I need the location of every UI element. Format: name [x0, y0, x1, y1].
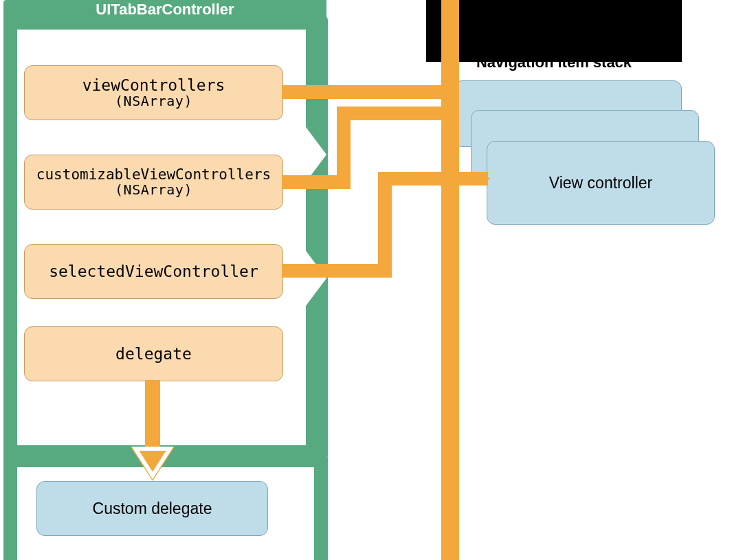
- customizable-box: customizableViewControllers (NSArray): [24, 155, 283, 210]
- selected-box: selectedViewController: [24, 244, 283, 299]
- custom-delegate-box: Custom delegate: [36, 481, 268, 536]
- viewcontrollers-label: viewControllers: [82, 76, 225, 94]
- viewcontrollers-box: viewControllers (NSArray): [24, 65, 283, 120]
- custom-delegate-label: Custom delegate: [93, 500, 212, 518]
- delegate-property-label: delegate: [115, 345, 192, 363]
- view-controller-card-front: View controller: [487, 141, 715, 225]
- right-title-overlay: [426, 0, 682, 62]
- uitabbarcontroller-title: UITabBarController: [3, 1, 326, 19]
- delegate-box: delegate: [24, 326, 283, 381]
- view-controller-label: View controller: [549, 174, 652, 192]
- green-notch-1: [296, 113, 326, 196]
- selected-label: selectedViewController: [49, 262, 258, 280]
- customizable-subtype: (NSArray): [115, 181, 192, 198]
- green-notch-2: [296, 237, 326, 320]
- viewcontrollers-subtype: (NSArray): [115, 93, 192, 109]
- customizable-label: customizableViewControllers: [36, 166, 271, 183]
